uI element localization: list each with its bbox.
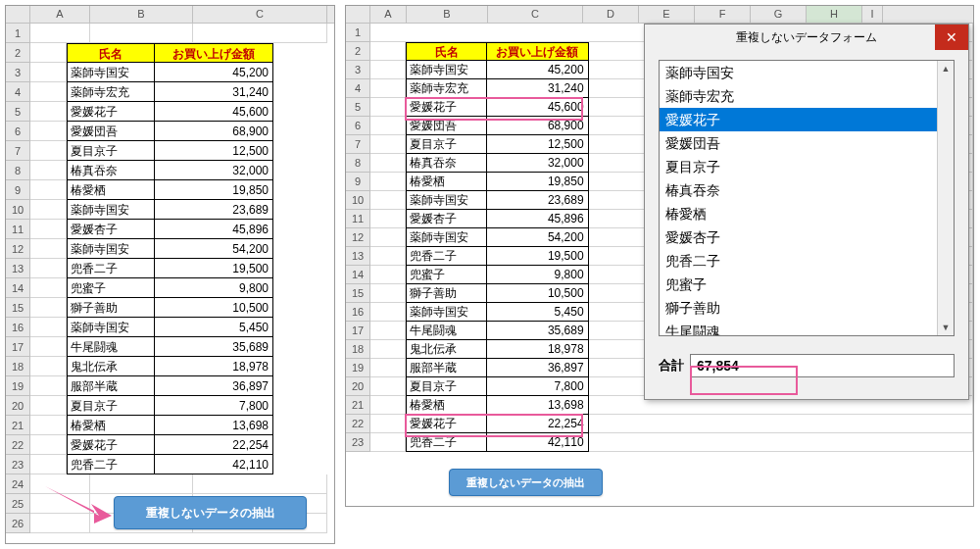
name-cell[interactable]: 薬師寺宏充 [67, 82, 155, 102]
col-D[interactable]: D [583, 6, 639, 23]
close-icon[interactable]: ✕ [935, 25, 968, 50]
row-header[interactable]: 16 [6, 318, 30, 337]
amount-cell[interactable]: 18,978 [487, 340, 588, 359]
name-cell[interactable]: 薬師寺国安 [406, 228, 487, 247]
row-header[interactable]: 22 [346, 415, 370, 433]
col-H[interactable]: H [807, 6, 862, 23]
name-cell[interactable]: 鬼北伝承 [406, 340, 487, 359]
row-header[interactable]: 4 [6, 82, 30, 102]
row-header[interactable]: 8 [6, 161, 30, 180]
row-header[interactable]: 15 [6, 298, 30, 318]
name-cell[interactable]: 夏目京子 [67, 396, 155, 416]
row-header[interactable]: 2 [346, 42, 370, 61]
amount-cell[interactable]: 45,200 [487, 61, 588, 79]
name-cell[interactable]: 愛媛花子 [406, 98, 487, 117]
name-cell[interactable]: 椿真吞奈 [67, 161, 155, 180]
row-header[interactable]: 20 [6, 396, 30, 416]
row-header[interactable]: 2 [6, 43, 30, 63]
row-header[interactable]: 13 [6, 259, 30, 278]
amount-cell[interactable]: 13,698 [487, 396, 588, 415]
amount-cell[interactable]: 45,200 [155, 63, 273, 82]
amount-cell[interactable]: 45,600 [487, 98, 588, 117]
list-item[interactable]: 夏目京子 [660, 155, 954, 178]
header-amount[interactable]: お買い上げ金額 [155, 43, 273, 63]
amount-cell[interactable]: 32,000 [487, 154, 588, 173]
name-cell[interactable]: 夏目京子 [406, 135, 487, 154]
name-cell[interactable]: 鬼北伝承 [67, 357, 155, 376]
extract-button[interactable]: 重複しないデータの抽出 [114, 496, 307, 529]
col-A[interactable]: A [30, 6, 90, 23]
name-cell[interactable]: 獅子善助 [406, 284, 487, 303]
row-header[interactable]: 14 [6, 278, 30, 298]
name-cell[interactable]: 愛媛団吾 [67, 122, 155, 141]
corner-cell[interactable] [346, 6, 370, 23]
amount-cell[interactable]: 23,689 [487, 191, 588, 210]
row-header[interactable]: 26 [6, 514, 30, 533]
row-header[interactable]: 18 [6, 357, 30, 376]
name-cell[interactable]: 椿愛栖 [67, 180, 155, 200]
amount-cell[interactable]: 31,240 [155, 82, 273, 102]
list-item[interactable]: 獅子善助 [660, 296, 954, 320]
row-header[interactable]: 25 [6, 494, 30, 514]
amount-cell[interactable]: 23,689 [155, 200, 273, 220]
amount-cell[interactable]: 36,897 [487, 359, 588, 377]
name-cell[interactable]: 薬師寺国安 [67, 63, 155, 82]
amount-cell[interactable]: 5,450 [155, 318, 273, 337]
row-header[interactable]: 11 [6, 220, 30, 239]
name-cell[interactable]: 兜蜜子 [406, 266, 487, 284]
amount-cell[interactable]: 12,500 [487, 135, 588, 154]
list-item[interactable]: 薬師寺国安 [660, 61, 954, 84]
name-cell[interactable]: 薬師寺国安 [406, 191, 487, 210]
name-cell[interactable]: 兜香二子 [406, 433, 487, 452]
row-header[interactable]: 19 [6, 376, 30, 396]
row-header[interactable]: 9 [346, 173, 370, 191]
row-header[interactable]: 8 [346, 154, 370, 173]
list-item[interactable]: 兜香二子 [660, 249, 954, 273]
amount-cell[interactable]: 36,897 [155, 376, 273, 396]
row-header[interactable]: 17 [346, 322, 370, 340]
amount-cell[interactable]: 10,500 [155, 298, 273, 318]
col-E[interactable]: E [639, 6, 695, 23]
name-cell[interactable]: 椿愛栖 [406, 173, 487, 191]
amount-cell[interactable]: 9,800 [487, 266, 588, 284]
row-header[interactable]: 6 [6, 122, 30, 141]
name-cell[interactable]: 兜蜜子 [67, 278, 155, 298]
row-header[interactable]: 3 [6, 63, 30, 82]
name-cell[interactable]: 夏目京子 [406, 377, 487, 396]
col-C[interactable]: C [193, 6, 327, 23]
name-cell[interactable]: 牛尾闘魂 [406, 322, 487, 340]
name-cell[interactable]: 服部半蔵 [406, 359, 487, 377]
row-header[interactable]: 23 [6, 455, 30, 474]
amount-cell[interactable]: 7,800 [155, 396, 273, 416]
row-header[interactable]: 7 [346, 135, 370, 154]
row-header[interactable]: 17 [6, 337, 30, 357]
amount-cell[interactable]: 42,110 [487, 433, 588, 452]
amount-cell[interactable]: 18,978 [155, 357, 273, 376]
row-header[interactable]: 19 [346, 359, 370, 377]
amount-cell[interactable]: 7,800 [487, 377, 588, 396]
name-cell[interactable]: 兜香二子 [67, 455, 155, 474]
row-header[interactable]: 23 [346, 433, 370, 452]
name-cell[interactable]: 椿真吞奈 [406, 154, 487, 173]
name-cell[interactable]: 愛媛花子 [67, 435, 155, 455]
amount-cell[interactable]: 19,500 [487, 247, 588, 266]
amount-cell[interactable]: 45,896 [487, 210, 588, 228]
name-cell[interactable]: 牛尾闘魂 [67, 337, 155, 357]
name-cell[interactable]: 薬師寺国安 [67, 318, 155, 337]
row-header[interactable]: 22 [6, 435, 30, 455]
row-header[interactable]: 10 [346, 191, 370, 210]
corner-cell[interactable] [6, 6, 30, 23]
col-B[interactable]: B [90, 6, 193, 23]
list-item[interactable]: 愛媛団吾 [660, 131, 954, 155]
amount-cell[interactable]: 12,500 [155, 141, 273, 161]
list-item[interactable]: 椿愛栖 [660, 202, 954, 225]
name-cell[interactable]: 愛媛杏子 [67, 220, 155, 239]
row-header[interactable]: 3 [346, 61, 370, 79]
row-header[interactable]: 16 [346, 303, 370, 322]
row-header[interactable]: 21 [346, 396, 370, 415]
amount-cell[interactable]: 54,200 [155, 239, 273, 259]
col-B[interactable]: B [407, 6, 488, 23]
row-header[interactable]: 24 [6, 474, 30, 494]
row-header[interactable]: 11 [346, 210, 370, 228]
name-cell[interactable]: 椿愛栖 [67, 416, 155, 435]
